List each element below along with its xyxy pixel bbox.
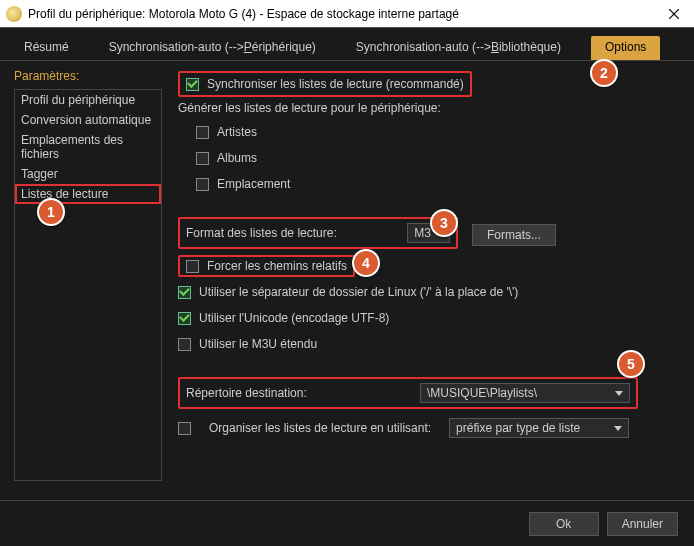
callout-5: 5 (617, 350, 645, 378)
sidebar-item-playlists[interactable]: Listes de lecture (15, 184, 161, 204)
label-linux-sep: Utiliser le séparateur de dossier de Lin… (199, 285, 518, 299)
sidebar-heading: Paramètres: (14, 67, 162, 85)
ok-button[interactable]: Ok (529, 512, 599, 536)
app-icon (6, 6, 22, 22)
checkbox-linux-sep[interactable] (178, 286, 191, 299)
tab-options[interactable]: Options (591, 36, 660, 60)
checkbox-unicode[interactable] (178, 312, 191, 325)
sidebar-list: Profil du périphérique Conversion automa… (14, 89, 162, 481)
label-unicode: Utiliser l'Unicode (encodage UTF-8) (199, 311, 389, 325)
label-extended-m3u: Utiliser le M3U étendu (199, 337, 317, 351)
close-icon (669, 9, 679, 19)
sidebar: Paramètres: Profil du périphérique Conve… (14, 67, 162, 497)
checkbox-location[interactable] (196, 178, 209, 191)
callout-2: 2 (590, 59, 618, 87)
checkbox-albums[interactable] (196, 152, 209, 165)
tab-sync-device[interactable]: Synchronisation-auto (-->Périphérique) (99, 36, 326, 60)
label-artists: Artistes (217, 125, 257, 139)
tab-sync-library[interactable]: Synchronisation-auto (-->Bibliothèque) (346, 36, 571, 60)
sidebar-item-profile[interactable]: Profil du périphérique (15, 90, 161, 110)
label-format: Format des listes de lecture: (186, 226, 337, 240)
select-organize[interactable]: préfixe par type de liste (449, 418, 629, 438)
highlight-force-relative: Forcer les chemins relatifs (178, 255, 355, 277)
main-panel: Synchroniser les listes de lecture (reco… (170, 67, 680, 497)
formats-button[interactable]: Formats... (472, 224, 556, 246)
highlight-format: Format des listes de lecture: M3 (178, 217, 458, 249)
checkbox-extended-m3u[interactable] (178, 338, 191, 351)
checkbox-force-relative[interactable] (186, 260, 199, 273)
callout-3: 3 (430, 209, 458, 237)
tab-bar: Résumé Synchronisation-auto (-->Périphér… (0, 28, 694, 61)
label-generate: Générer les listes de lecture pour le pé… (178, 101, 676, 115)
label-sync-playlists: Synchroniser les listes de lecture (reco… (207, 77, 464, 91)
sidebar-item-locations[interactable]: Emplacements des fichiers (15, 130, 161, 164)
input-destination[interactable]: \MUSIQUE\Playlists\ (420, 383, 630, 403)
tab-resume[interactable]: Résumé (14, 36, 79, 60)
sidebar-item-conversion[interactable]: Conversion automatique (15, 110, 161, 130)
titlebar: Profil du périphérique: Motorola Moto G … (0, 0, 694, 28)
callout-4: 4 (352, 249, 380, 277)
sidebar-item-tagger[interactable]: Tagger (15, 164, 161, 184)
checkbox-sync-playlists[interactable] (186, 78, 199, 91)
window-title: Profil du périphérique: Motorola Moto G … (28, 7, 654, 21)
callout-1: 1 (37, 198, 65, 226)
label-destination: Répertoire destination: (186, 386, 307, 400)
label-albums: Albums (217, 151, 257, 165)
highlight-sync-playlists: Synchroniser les listes de lecture (reco… (178, 71, 472, 97)
footer: Ok Annuler (0, 500, 694, 546)
checkbox-organize[interactable] (178, 422, 191, 435)
highlight-destination: Répertoire destination: \MUSIQUE\Playlis… (178, 377, 638, 409)
close-button[interactable] (654, 0, 694, 28)
label-location: Emplacement (217, 177, 290, 191)
cancel-button[interactable]: Annuler (607, 512, 678, 536)
label-force-relative: Forcer les chemins relatifs (207, 259, 347, 273)
label-organize: Organiser les listes de lecture en utili… (209, 421, 431, 435)
checkbox-artists[interactable] (196, 126, 209, 139)
